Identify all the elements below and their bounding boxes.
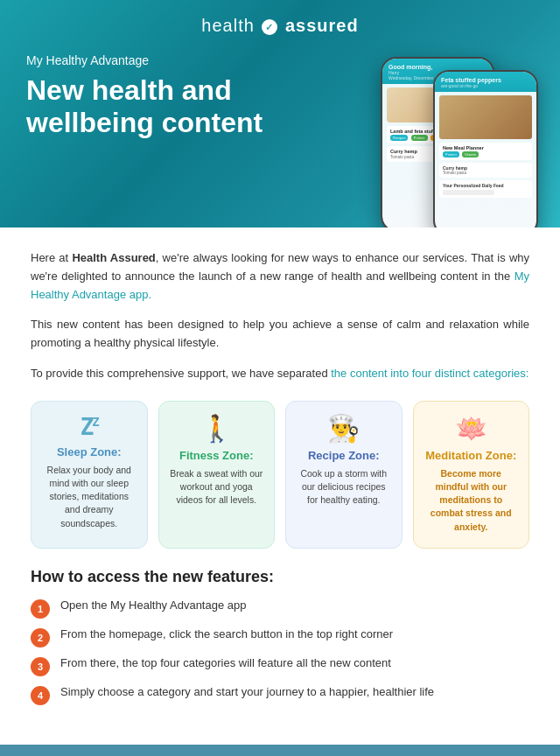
step-item-3: 3 From there, the top four categories wi…	[31, 656, 529, 676]
zones-grid: ZZ Sleep Zone: Relax your body and mind …	[31, 401, 529, 549]
phone-front-card1: New Meal Planner Protein Vitamin	[439, 143, 532, 160]
step-item-2: 2 From the homepage, click the search bu…	[31, 627, 529, 648]
phone-front-tag1: Protein	[443, 151, 459, 158]
phone-front-card2-sub: Tomato pasta	[443, 171, 528, 175]
header-title-line1: New health and	[26, 74, 232, 106]
intro-paragraph-1: Here at Health Assured, we're always loo…	[31, 249, 529, 304]
zone-card-fitness: 🚶 Fitness Zone: Break a sweat with our w…	[158, 401, 276, 549]
phone-front-card1-title: New Meal Planner	[443, 145, 528, 150]
header-title-line2: wellbeing content	[26, 107, 262, 138]
step-text-4: Simply choose a category and start your …	[60, 685, 434, 698]
step-number-4: 4	[31, 686, 50, 705]
meditation-zone-desc: Become more mindful with our meditations…	[424, 467, 519, 534]
phone-container: Good morning, Harry Wednesday, December …	[372, 48, 547, 228]
phone-tag-recipes: Recipes	[390, 135, 408, 141]
zone-card-sleep: ZZ Sleep Zone: Relax your body and mind …	[31, 401, 148, 549]
recipe-zone-desc: Cook up a storm with our delicious recip…	[297, 467, 391, 508]
step-number-2: 2	[31, 628, 50, 648]
step-text-3: From there, the top four categories will…	[60, 656, 391, 669]
phone-front-card2: Curry hemp Tomato pasta	[439, 163, 532, 178]
header-content: My Healthy Advantage New health and well…	[26, 53, 534, 139]
how-title: How to access the new features:	[31, 568, 529, 586]
header-section: health assured My Healthy Advantage New …	[0, 0, 560, 228]
meditation-icon: 🪷	[424, 416, 519, 442]
step-number-1: 1	[31, 599, 50, 619]
meditation-zone-title: Meditation Zone:	[424, 449, 519, 462]
sleep-zone-desc: Relax your body and mind with our sleep …	[42, 464, 136, 530]
phone-front-card3: Your Personalized Daily Feed	[439, 180, 532, 198]
footer: healthassured.org f 𝕏 in ◎ ♫	[0, 745, 560, 756]
phone-personalized: Your Personalized Daily Feed	[443, 183, 528, 188]
recipe-zone-title: Recipe Zone:	[297, 449, 391, 462]
logo-check-icon	[262, 19, 277, 35]
logo: health assured	[26, 16, 534, 36]
phone-front-tag2: Vitamin	[462, 151, 479, 158]
step-text-2: From the homepage, click the search butt…	[60, 627, 393, 640]
phone-front: Feta stuffed peppers are good on the go …	[433, 70, 538, 228]
logo-health-text: health	[201, 16, 255, 35]
zone-card-recipe: 👨‍🍳 Recipe Zone: Cook up a storm with ou…	[285, 401, 402, 549]
phone-greeting: Good morning,	[388, 64, 486, 70]
zones-section: ZZ Sleep Zone: Relax your body and mind …	[31, 401, 529, 549]
sleep-icon: ZZ	[42, 416, 136, 438]
phone-front-screen: Feta stuffed peppers are good on the go …	[435, 72, 536, 228]
phone-tag-protein: Protein	[411, 135, 428, 141]
fitness-icon: 🚶	[170, 416, 264, 442]
phone-front-image	[439, 95, 532, 139]
zone-card-meditation: 🪷 Meditation Zone: Become more mindful w…	[413, 401, 530, 549]
intro-paragraph-2: This new content has been designed to he…	[31, 316, 529, 353]
step-text-1: Open the My Healthy Advantage app	[60, 598, 246, 612]
phone-front-greeting: Feta stuffed peppers	[441, 77, 530, 83]
phone-front-sub: are good on the go	[441, 83, 530, 88]
phone-front-header: Feta stuffed peppers are good on the go	[435, 72, 536, 92]
step-number-3: 3	[31, 657, 50, 676]
step-item-1: 1 Open the My Healthy Advantage app	[31, 598, 529, 619]
intro-paragraph-3: To provide this comprehensive support, w…	[31, 365, 529, 383]
fitness-zone-desc: Break a sweat with our workout and yoga …	[170, 467, 264, 508]
how-section: How to access the new features: 1 Open t…	[31, 568, 529, 705]
phone-feed-bar	[443, 190, 494, 195]
recipe-icon: 👨‍🍳	[297, 416, 391, 442]
sleep-zone-title: Sleep Zone:	[42, 445, 136, 458]
fitness-zone-title: Fitness Zone:	[170, 449, 264, 462]
step-item-4: 4 Simply choose a category and start you…	[31, 685, 529, 705]
logo-assured-text: assured	[285, 16, 359, 35]
main-content: Here at Health Assured, we're always loo…	[0, 228, 560, 745]
steps-list: 1 Open the My Healthy Advantage app 2 Fr…	[31, 598, 529, 705]
